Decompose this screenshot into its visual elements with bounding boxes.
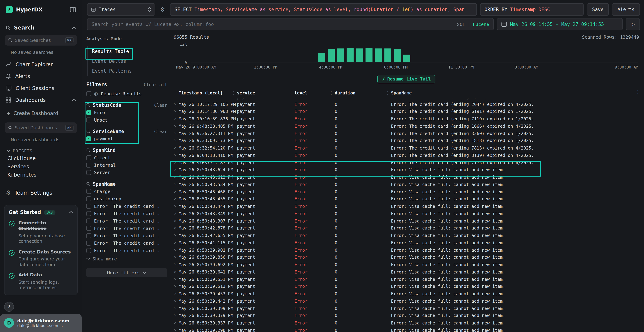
row-expand-icon[interactable]: > — [172, 219, 179, 223]
filter-option[interactable]: Client — [86, 154, 167, 161]
row-expand-icon[interactable]: > — [172, 270, 179, 274]
row-expand-icon[interactable]: > — [172, 299, 179, 303]
row-expand-icon[interactable]: > — [172, 98, 179, 99]
checkbox[interactable] — [86, 189, 91, 194]
row-expand-icon[interactable]: > — [172, 110, 179, 114]
table-row[interactable]: >May 26 8:50:43.455 PMpaymentError0Error… — [172, 195, 641, 203]
row-expand-icon[interactable]: > — [172, 328, 179, 332]
table-row[interactable]: >May 26 8:50:39.399 PMpaymentError0Error… — [172, 305, 641, 312]
row-expand-icon[interactable]: > — [172, 233, 179, 237]
row-expand-icon[interactable]: > — [172, 292, 179, 296]
filter-option[interactable]: Error: The credit card … — [86, 247, 167, 254]
table-row[interactable]: >May 26 8:50:43.534 PMpaymentError0Error… — [172, 181, 641, 188]
col-duration[interactable]: duration — [335, 90, 391, 95]
row-expand-icon[interactable]: > — [172, 321, 179, 325]
table-row[interactable]: >May 26 9:48:38.405 PMpaymentError0Error… — [172, 122, 641, 130]
table-row[interactable]: >paymentError0Error: The credit card (en… — [172, 98, 641, 100]
clear-filter-button[interactable]: Clear — [154, 129, 167, 134]
row-expand-icon[interactable]: > — [172, 204, 179, 208]
mode-event-patterns[interactable]: Event Patterns — [88, 66, 167, 76]
table-row[interactable]: >May 26 8:50:43.307 PMpaymentError0Error… — [172, 217, 641, 224]
filter-option[interactable]: Unset — [86, 116, 167, 124]
checkbox[interactable] — [86, 155, 91, 160]
filter-option[interactable]: payment — [86, 135, 167, 142]
show-more-button[interactable]: Show more — [86, 255, 167, 262]
table-row[interactable]: >May 26 8:50:39.856 PMpaymentError0Error… — [172, 254, 641, 261]
row-expand-icon[interactable]: > — [172, 197, 179, 201]
checkbox[interactable] — [86, 136, 91, 141]
table-row[interactable]: >May 26 10:14:36.963 PMpaymentError0Erro… — [172, 108, 641, 115]
filter-option[interactable]: Error: The credit card … — [86, 240, 167, 247]
row-expand-icon[interactable]: > — [172, 226, 179, 230]
checkbox[interactable] — [86, 118, 91, 122]
sidebar-item-services[interactable]: Services — [0, 162, 82, 170]
date-range-picker[interactable]: May 26 09:14:55 - May 27 09:14:55 — [497, 18, 623, 30]
clear-all-button[interactable]: Clear all — [144, 82, 167, 87]
table-row[interactable]: >May 26 8:50:42.655 PMpaymentError0Error… — [172, 232, 641, 239]
table-row[interactable]: >May 26 8:50:43.624 PMpaymentError0Error… — [172, 166, 641, 174]
clear-filter-button[interactable]: Clear — [154, 103, 167, 108]
row-expand-icon[interactable]: > — [172, 190, 179, 194]
mode-results-table[interactable]: Results Table — [88, 46, 167, 56]
presets-section-header[interactable]: PRESETS — [0, 148, 82, 154]
mode-event-deltas[interactable]: Event Deltas — [88, 56, 167, 66]
table-row[interactable]: >May 26 8:50:39.641 PMpaymentError0Error… — [172, 268, 641, 276]
sidebar-item-kubernetes[interactable]: Kubernetes — [0, 170, 82, 179]
sql-toggle[interactable]: SQL — [457, 22, 465, 27]
get-started-step[interactable]: Connect to ClickHouse Set up your databa… — [8, 220, 73, 244]
lucene-toggle[interactable]: Lucene — [473, 22, 489, 27]
table-row[interactable]: >May 26 8:50:43.466 PMpaymentError0Error… — [172, 188, 641, 195]
run-query-button[interactable]: ▷ — [626, 18, 640, 30]
row-expand-icon[interactable]: > — [172, 102, 179, 106]
row-expand-icon[interactable]: > — [172, 131, 179, 136]
table-row[interactable]: >May 26 8:50:39.298 PMpaymentError0Error… — [172, 326, 641, 332]
checkbox[interactable] — [86, 211, 91, 216]
row-expand-icon[interactable]: > — [172, 306, 179, 310]
checkbox[interactable] — [86, 233, 91, 238]
row-expand-icon[interactable]: > — [172, 255, 179, 260]
checkbox[interactable] — [86, 226, 91, 231]
table-row[interactable]: >May 26 10:17:29.105 PMpaymentError0Erro… — [172, 100, 641, 108]
filter-option[interactable]: Error: The credit card … — [86, 225, 167, 232]
table-row[interactable]: >May 26 9:03:31.187 PMpaymentError0Error… — [172, 159, 641, 166]
table-row[interactable]: >May 26 8:50:39.513 PMpaymentError0Error… — [172, 283, 641, 290]
save-button[interactable]: Save — [587, 3, 609, 16]
checkbox[interactable] — [86, 170, 91, 175]
table-row[interactable]: >May 26 9:36:27.311 PMpaymentError0Error… — [172, 130, 641, 137]
table-row[interactable]: >May 26 8:50:42.878 PMpaymentError0Error… — [172, 224, 641, 232]
filter-option[interactable]: Internal — [86, 161, 167, 169]
row-expand-icon[interactable]: > — [172, 175, 179, 179]
get-started-step[interactable]: Add Data Start sending logs, metrics, or… — [8, 272, 73, 291]
table-row[interactable]: >May 26 8:50:39.551 PMpaymentError0Error… — [172, 276, 641, 283]
more-filters-button[interactable]: More filters — [86, 268, 167, 277]
column-options-icon[interactable]: ⋮ — [636, 89, 640, 94]
chevron-up-icon[interactable] — [72, 26, 76, 29]
row-expand-icon[interactable]: > — [172, 240, 179, 245]
filter-option[interactable]: Error — [86, 109, 167, 116]
row-expand-icon[interactable]: > — [172, 139, 179, 143]
row-expand-icon[interactable]: > — [172, 146, 179, 150]
get-started-header[interactable]: Get Started 3/3 — [8, 210, 73, 215]
user-menu[interactable]: D dale@clickhouse.com dale@clickhouse.co… — [0, 314, 82, 332]
sidebar-item-client-sessions[interactable]: Client Sessions — [0, 82, 82, 94]
row-expand-icon[interactable]: > — [172, 124, 179, 128]
row-expand-icon[interactable]: > — [172, 182, 179, 186]
checkbox[interactable] — [86, 110, 91, 115]
saved-searches-input[interactable] — [15, 38, 63, 43]
table-row[interactable]: >May 26 8:50:39.379 PMpaymentError0Error… — [172, 312, 641, 319]
row-expand-icon[interactable]: > — [172, 117, 179, 121]
table-row[interactable]: >May 26 9:32:54.120 PMpaymentError0Error… — [172, 144, 641, 152]
filter-option[interactable]: dns.lookup — [86, 195, 167, 202]
filter-option[interactable]: charge — [86, 188, 167, 195]
checkbox[interactable] — [86, 162, 91, 168]
filter-option[interactable]: Error: The credit card … — [86, 217, 167, 225]
chevron-up-icon[interactable] — [72, 99, 76, 101]
sidebar-item-dashboards[interactable]: Dashboards — [0, 94, 82, 106]
checkbox[interactable] — [86, 248, 91, 253]
table-row[interactable]: >May 26 8:50:43.349 PMpaymentError0Error… — [172, 210, 641, 217]
search-section-header[interactable]: Search — [0, 19, 82, 31]
sidebar-item-clickhouse[interactable]: ClickHouse — [0, 154, 82, 162]
table-row[interactable]: >May 26 8:50:43.444 PMpaymentError0Error… — [172, 202, 641, 210]
filter-option[interactable]: Error: The credit card … — [86, 232, 167, 239]
row-expand-icon[interactable]: > — [172, 277, 179, 281]
